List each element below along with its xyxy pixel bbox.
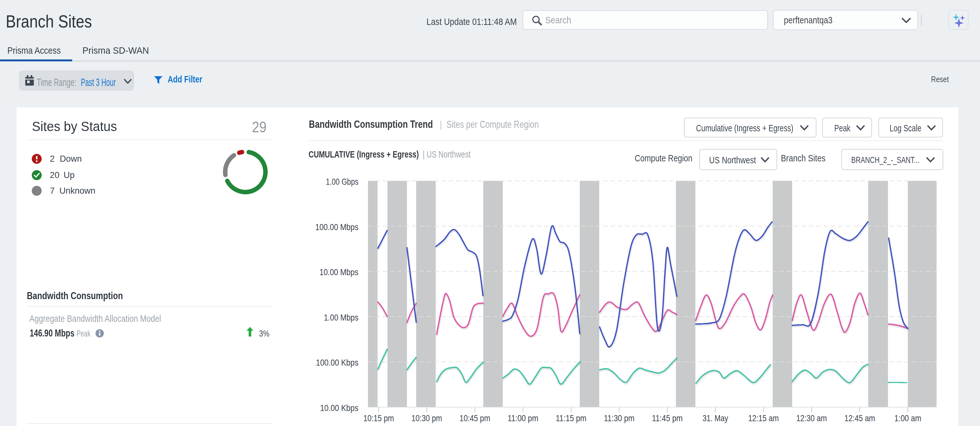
- svg-text:100.00 Kbps: 100.00 Kbps: [316, 357, 358, 367]
- svg-text:12:45 am: 12:45 am: [844, 413, 875, 423]
- svg-text:10.00 Kbps: 10.00 Kbps: [320, 403, 358, 413]
- svg-text:11:00 pm: 11:00 pm: [508, 413, 538, 423]
- svg-text:10:15 pm: 10:15 pm: [363, 413, 394, 423]
- svg-text:31. May: 31. May: [703, 413, 728, 423]
- svg-text:1.00 Gbps: 1.00 Gbps: [326, 177, 358, 187]
- svg-text:12:15 am: 12:15 am: [748, 413, 779, 423]
- svg-text:10.00 Mbps: 10.00 Mbps: [320, 267, 358, 277]
- svg-text:100.00 Mbps: 100.00 Mbps: [315, 222, 358, 232]
- svg-text:11:15 pm: 11:15 pm: [556, 413, 587, 423]
- svg-text:10:45 pm: 10:45 pm: [460, 413, 490, 423]
- svg-text:11:30 pm: 11:30 pm: [604, 413, 635, 423]
- svg-text:1.00 Mbps: 1.00 Mbps: [324, 313, 358, 322]
- svg-text:11:45 pm: 11:45 pm: [652, 413, 682, 423]
- svg-text:12:30 am: 12:30 am: [796, 413, 827, 423]
- svg-text:10:30 pm: 10:30 pm: [411, 413, 442, 423]
- svg-text:1:00 am: 1:00 am: [894, 413, 921, 423]
